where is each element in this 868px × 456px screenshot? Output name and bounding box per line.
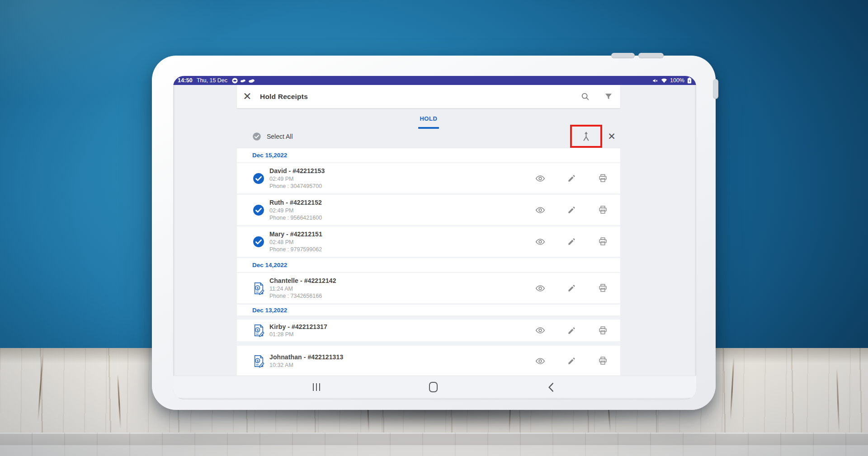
- selection-actions: ✕: [570, 125, 618, 148]
- red-annotation-box: [570, 125, 602, 148]
- edit-pencil-icon[interactable]: [567, 326, 576, 335]
- tablet-screen: 14:50 Thu, 15 Dec: [173, 76, 696, 400]
- search-icon[interactable]: [580, 92, 590, 101]
- tab-hold[interactable]: HOLD: [420, 115, 437, 122]
- print-icon[interactable]: [598, 174, 608, 183]
- date-label: Dec 14,2022: [252, 262, 287, 268]
- date-label: Dec 15,2022: [252, 152, 287, 159]
- status-date: Thu, 15 Dec: [197, 77, 227, 84]
- receipt-title: Chantelle - #42212142: [269, 277, 336, 284]
- view-eye-icon[interactable]: [535, 238, 545, 246]
- selection-bar: Select All ✕: [237, 125, 620, 148]
- android-nav-bar: [173, 376, 696, 398]
- receipt-title: Ruth - #42212152: [269, 199, 322, 206]
- receipt-phone: Phone : 7342656166: [269, 293, 336, 299]
- header-actions: [580, 92, 613, 101]
- recents-icon: [313, 383, 321, 391]
- view-eye-icon[interactable]: [535, 284, 545, 292]
- volume-button: [638, 53, 664, 58]
- battery-percentage: 100%: [670, 77, 684, 84]
- receipt-row-david[interactable]: David - #42212153 02:49 PM Phone : 30474…: [237, 163, 620, 195]
- select-all-label: Select All: [267, 133, 293, 140]
- receipt-phone: Phone : 3047495700: [269, 183, 325, 189]
- selected-check-icon[interactable]: [252, 235, 265, 249]
- power-button: [611, 53, 635, 58]
- table-lower-edge: [0, 445, 868, 456]
- wood-crack: [38, 353, 43, 421]
- receipt-row-mary[interactable]: Mary - #42212151 02:48 PM Phone : 979759…: [237, 226, 620, 258]
- status-time: 14:50: [178, 77, 193, 84]
- call-merge-icon[interactable]: [581, 131, 591, 142]
- receipt-time: 10:32 AM: [269, 362, 343, 368]
- wood-crack: [730, 357, 734, 420]
- scene: 14:50 Thu, 15 Dec: [0, 0, 868, 456]
- view-eye-icon[interactable]: [535, 326, 545, 334]
- receipt-title: David - #42212153: [269, 167, 325, 174]
- edit-pencil-icon[interactable]: [567, 237, 576, 246]
- cloud-icon: [240, 78, 246, 83]
- date-label: Dec 13,2022: [252, 307, 287, 314]
- receipt-time: 02:48 PM: [269, 239, 322, 245]
- receipt-time: 11:24 AM: [269, 286, 336, 292]
- svg-text:$: $: [256, 358, 259, 362]
- edit-pencil-icon[interactable]: [567, 174, 576, 183]
- view-eye-icon[interactable]: [535, 206, 545, 214]
- svg-text:$: $: [256, 328, 259, 332]
- receipts-list: Dec 15,2022 David - #42212153 02:49 PM P…: [237, 148, 620, 376]
- cloud-icon: [248, 78, 255, 83]
- edit-pencil-icon[interactable]: [567, 357, 576, 365]
- receipt-row-ruth[interactable]: Ruth - #42212152 02:49 PM Phone : 956642…: [237, 195, 620, 226]
- edit-pencil-icon[interactable]: [567, 284, 576, 292]
- close-selection-icon[interactable]: ✕: [606, 131, 618, 142]
- home-button[interactable]: [422, 376, 444, 398]
- receipt-time: 01:28 PM: [269, 331, 327, 338]
- close-icon[interactable]: ✕: [241, 91, 253, 103]
- receipt-row-kirby[interactable]: $ Kirby - #422121317 01:28 PM: [237, 320, 620, 346]
- receipt-time: 02:49 PM: [269, 207, 322, 214]
- hold-receipt-icon: $: [252, 354, 265, 368]
- receipt-phone: Phone : 9797599062: [269, 246, 322, 253]
- hold-receipt-icon: $: [252, 282, 265, 295]
- receipt-title: Johnathan - #422121313: [269, 353, 343, 361]
- app-header: ✕ Hold Receipts: [237, 85, 620, 108]
- view-eye-icon[interactable]: [535, 174, 545, 183]
- print-icon[interactable]: [598, 205, 608, 215]
- record-circle-icon: [232, 78, 238, 84]
- back-button[interactable]: [539, 376, 562, 398]
- date-header-row: Dec 13,2022: [237, 305, 620, 320]
- svg-text:$: $: [256, 286, 259, 290]
- receipt-title: Mary - #42212151: [269, 230, 322, 238]
- wood-crack: [836, 368, 840, 432]
- receipt-row-chantelle[interactable]: $ Chantelle - #42212142 11:24 AM Phone :…: [237, 273, 620, 305]
- select-all-toggle[interactable]: Select All: [252, 132, 293, 141]
- back-chevron-icon: [548, 382, 554, 392]
- hold-receipt-icon: $: [252, 324, 265, 337]
- wifi-icon: [661, 78, 667, 83]
- receipt-phone: Phone : 9566421600: [269, 215, 322, 221]
- wood-crack: [117, 374, 121, 428]
- side-button: [713, 79, 718, 99]
- edit-pencil-icon[interactable]: [567, 206, 576, 214]
- status-right-cluster: 100%: [652, 77, 692, 84]
- tablet-device: 14:50 Thu, 15 Dec: [152, 56, 716, 410]
- print-icon[interactable]: [598, 237, 608, 246]
- selected-check-icon[interactable]: [252, 203, 265, 217]
- receipt-row-johnathan[interactable]: $ Johnathan - #422121313 10:32 AM: [237, 346, 620, 376]
- receipt-time: 02:49 PM: [269, 176, 325, 182]
- selected-check-icon[interactable]: [252, 172, 265, 185]
- mute-icon: [652, 78, 658, 84]
- print-icon[interactable]: [598, 283, 608, 293]
- date-header-row: Dec 15,2022: [237, 148, 620, 163]
- battery-icon: [687, 77, 692, 84]
- date-header-row: Dec 14,2022: [237, 258, 620, 273]
- view-eye-icon[interactable]: [535, 357, 545, 365]
- table-front-edge: [0, 432, 868, 445]
- print-icon[interactable]: [598, 356, 608, 366]
- home-icon: [429, 382, 438, 392]
- status-bar: 14:50 Thu, 15 Dec: [173, 76, 696, 85]
- print-icon[interactable]: [598, 326, 608, 335]
- select-all-check-icon: [252, 132, 261, 141]
- filter-icon[interactable]: [604, 92, 613, 101]
- recents-button[interactable]: [305, 376, 328, 398]
- receipt-title: Kirby - #422121317: [269, 323, 327, 330]
